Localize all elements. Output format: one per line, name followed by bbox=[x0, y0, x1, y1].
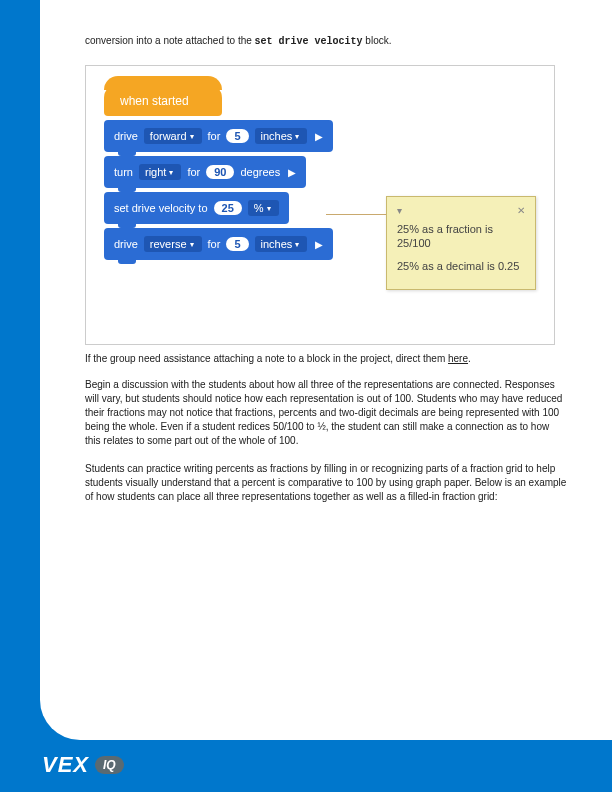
note-line-1: 25% as a fraction is 25/100 bbox=[397, 222, 525, 251]
dd-label: % bbox=[254, 202, 264, 214]
dd-label: right bbox=[145, 166, 166, 178]
unit-dropdown[interactable]: inches bbox=[255, 236, 308, 252]
dd-label: reverse bbox=[150, 238, 187, 250]
intro-code: set drive velocity bbox=[255, 36, 363, 47]
note-close-icon[interactable]: ✕ bbox=[517, 205, 525, 216]
cmd-label: drive bbox=[114, 130, 138, 142]
dd-label: inches bbox=[261, 238, 293, 250]
set-drive-velocity-block[interactable]: set drive velocity to 25 % bbox=[104, 192, 289, 224]
for-label: for bbox=[208, 130, 221, 142]
block-stack: when started drive forward for 5 inches … bbox=[104, 84, 333, 260]
iq-badge: IQ bbox=[95, 756, 124, 774]
caption-suffix: . bbox=[468, 353, 471, 364]
vex-brand: VEX bbox=[42, 752, 89, 778]
footer-logo: VEX IQ bbox=[42, 752, 124, 778]
unit-dropdown[interactable]: inches bbox=[255, 128, 308, 144]
direction-dropdown[interactable]: reverse bbox=[144, 236, 202, 252]
direction-dropdown[interactable]: right bbox=[139, 164, 181, 180]
cmd-label: drive bbox=[114, 238, 138, 250]
for-label: for bbox=[187, 166, 200, 178]
dd-label: inches bbox=[261, 130, 293, 142]
note-collapse-icon[interactable]: ▾ bbox=[397, 205, 402, 216]
value-input[interactable]: 25 bbox=[214, 201, 242, 215]
here-link[interactable]: here bbox=[448, 353, 468, 364]
note-header: ▾ ✕ bbox=[397, 205, 525, 216]
block-canvas: when started drive forward for 5 inches … bbox=[85, 65, 555, 345]
cmd-label: turn bbox=[114, 166, 133, 178]
value-input[interactable]: 90 bbox=[206, 165, 234, 179]
page-content: conversion into a note attached to the s… bbox=[40, 0, 612, 740]
hat-label: when started bbox=[120, 94, 189, 108]
sticky-note[interactable]: ▾ ✕ 25% as a fraction is 25/100 25% as a… bbox=[386, 196, 536, 290]
for-label: for bbox=[208, 238, 221, 250]
paragraph-1: Begin a discussion with the students abo… bbox=[85, 378, 567, 448]
cmd-label: set drive velocity to bbox=[114, 202, 208, 214]
unit-label: degrees bbox=[240, 166, 280, 178]
turn-right-block[interactable]: turn right for 90 degrees ▶ bbox=[104, 156, 306, 188]
value-input[interactable]: 5 bbox=[226, 237, 248, 251]
intro-suffix: block. bbox=[363, 35, 392, 46]
play-icon[interactable]: ▶ bbox=[288, 167, 296, 178]
caption-prefix: If the group need assistance attaching a… bbox=[85, 353, 448, 364]
play-icon[interactable]: ▶ bbox=[315, 239, 323, 250]
dd-label: forward bbox=[150, 130, 187, 142]
paragraph-2: Students can practice writing percents a… bbox=[85, 462, 567, 504]
direction-dropdown[interactable]: forward bbox=[144, 128, 202, 144]
when-started-block[interactable]: when started bbox=[104, 84, 222, 116]
caption-text: If the group need assistance attaching a… bbox=[85, 353, 567, 364]
connector-line bbox=[326, 214, 386, 215]
value-input[interactable]: 5 bbox=[226, 129, 248, 143]
unit-dropdown[interactable]: % bbox=[248, 200, 279, 216]
intro-text: conversion into a note attached to the s… bbox=[85, 35, 567, 47]
note-line-2: 25% as a decimal is 0.25 bbox=[397, 259, 525, 273]
drive-forward-block[interactable]: drive forward for 5 inches ▶ bbox=[104, 120, 333, 152]
intro-prefix: conversion into a note attached to the bbox=[85, 35, 255, 46]
drive-reverse-block[interactable]: drive reverse for 5 inches ▶ bbox=[104, 228, 333, 260]
play-icon[interactable]: ▶ bbox=[315, 131, 323, 142]
